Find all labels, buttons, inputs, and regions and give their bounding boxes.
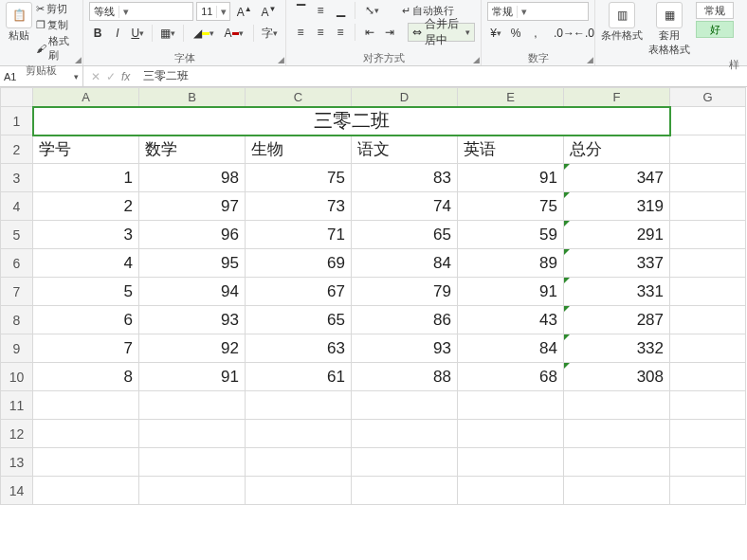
column-header[interactable]: F	[564, 88, 670, 107]
increase-decimal-button[interactable]: .0→	[556, 25, 573, 42]
data-cell[interactable]: 93	[139, 306, 246, 334]
data-cell[interactable]: 89	[458, 249, 564, 278]
clipboard-dialog-launcher[interactable]: ◢	[75, 55, 82, 64]
align-middle-button[interactable]: ≡	[312, 2, 329, 19]
data-cell[interactable]: 73	[246, 192, 352, 221]
cell-style-good[interactable]: 好	[696, 21, 734, 38]
cell[interactable]	[670, 420, 746, 448]
fx-button[interactable]: fx	[121, 70, 130, 83]
decrease-decimal-button[interactable]: ←.0	[575, 25, 592, 42]
cell[interactable]	[564, 477, 670, 505]
cell[interactable]	[139, 448, 246, 477]
cell[interactable]	[670, 221, 746, 249]
data-cell[interactable]: 96	[139, 221, 246, 249]
row-header[interactable]: 13	[1, 448, 33, 477]
column-header[interactable]: D	[352, 88, 458, 107]
cell[interactable]	[670, 448, 746, 477]
cut-button[interactable]: ✂剪切	[36, 2, 77, 16]
data-cell[interactable]: 4	[33, 249, 139, 278]
cell[interactable]	[458, 391, 564, 420]
cell[interactable]	[670, 391, 746, 420]
data-cell[interactable]: 92	[139, 334, 246, 363]
select-all-corner[interactable]	[1, 88, 33, 107]
data-cell[interactable]: 91	[458, 164, 564, 192]
cell[interactable]	[564, 420, 670, 448]
data-cell[interactable]: 74	[352, 192, 458, 221]
data-cell[interactable]: 8	[33, 363, 139, 391]
data-cell[interactable]: 84	[352, 249, 458, 278]
table-format-button[interactable]: ▦	[656, 2, 683, 28]
title-cell[interactable]: 三零二班	[33, 107, 670, 135]
cell[interactable]	[670, 135, 746, 164]
data-cell[interactable]: 1	[33, 164, 139, 192]
row-header[interactable]: 12	[1, 420, 33, 448]
number-dialog-launcher[interactable]: ◢	[587, 55, 593, 64]
data-cell[interactable]: 69	[246, 249, 352, 278]
column-header[interactable]: B	[139, 88, 246, 107]
cell-style-normal[interactable]: 常规	[696, 2, 734, 19]
cell[interactable]	[139, 391, 246, 420]
data-cell[interactable]: 75	[458, 192, 564, 221]
row-header[interactable]: 4	[1, 192, 33, 221]
data-cell[interactable]: 319	[564, 192, 670, 221]
increase-font-button[interactable]: A▲	[233, 3, 255, 20]
cell[interactable]	[33, 420, 139, 448]
row-header[interactable]: 1	[1, 107, 33, 135]
data-cell[interactable]: 291	[564, 221, 670, 249]
align-right-button[interactable]: ≡	[332, 24, 349, 41]
header-cell[interactable]: 生物	[246, 135, 352, 164]
decrease-indent-button[interactable]: ⇤	[361, 24, 378, 41]
cell[interactable]	[246, 391, 352, 420]
cell[interactable]	[564, 448, 670, 477]
data-cell[interactable]: 83	[352, 164, 458, 192]
border-button[interactable]: ▦▾	[158, 25, 177, 42]
header-cell[interactable]: 数学	[139, 135, 246, 164]
data-cell[interactable]: 43	[458, 306, 564, 334]
cell[interactable]	[458, 420, 564, 448]
cell[interactable]	[670, 278, 746, 306]
data-cell[interactable]: 93	[352, 334, 458, 363]
data-cell[interactable]: 65	[352, 221, 458, 249]
cell[interactable]	[246, 477, 352, 505]
cell[interactable]	[670, 164, 746, 192]
underline-button[interactable]: U▾	[129, 25, 146, 42]
cell[interactable]	[33, 477, 139, 505]
orientation-button[interactable]: ⤡▾	[361, 2, 383, 19]
cell[interactable]	[139, 477, 246, 505]
row-header[interactable]: 9	[1, 334, 33, 363]
cell[interactable]	[670, 363, 746, 391]
font-name-combo[interactable]: 等线▾	[89, 2, 193, 21]
row-header[interactable]: 3	[1, 164, 33, 192]
header-cell[interactable]: 学号	[33, 135, 139, 164]
column-header[interactable]: G	[670, 88, 746, 107]
data-cell[interactable]: 3	[33, 221, 139, 249]
header-cell[interactable]: 英语	[458, 135, 564, 164]
align-center-button[interactable]: ≡	[312, 24, 329, 41]
merge-center-button[interactable]: ⇔合并后居中▾	[408, 23, 475, 42]
row-header[interactable]: 2	[1, 135, 33, 164]
data-cell[interactable]: 95	[139, 249, 246, 278]
cell[interactable]	[139, 420, 246, 448]
bold-button[interactable]: B	[89, 25, 106, 42]
cell[interactable]	[670, 334, 746, 363]
data-cell[interactable]: 84	[458, 334, 564, 363]
alignment-dialog-launcher[interactable]: ◢	[473, 55, 480, 64]
comma-format-button[interactable]: ,	[527, 25, 544, 42]
cancel-formula-button[interactable]: ✕	[91, 70, 100, 83]
cell[interactable]	[352, 477, 458, 505]
data-cell[interactable]: 347	[564, 164, 670, 192]
row-header[interactable]: 10	[1, 363, 33, 391]
data-cell[interactable]: 88	[352, 363, 458, 391]
row-header[interactable]: 6	[1, 249, 33, 278]
font-color-button[interactable]: A▾	[221, 25, 248, 42]
row-header[interactable]: 14	[1, 477, 33, 505]
data-cell[interactable]: 337	[564, 249, 670, 278]
italic-button[interactable]: I	[109, 25, 126, 42]
column-header[interactable]: A	[33, 88, 139, 107]
data-cell[interactable]: 86	[352, 306, 458, 334]
data-cell[interactable]: 79	[352, 278, 458, 306]
data-cell[interactable]: 7	[33, 334, 139, 363]
cell[interactable]	[458, 448, 564, 477]
decrease-font-button[interactable]: A▼	[258, 3, 280, 20]
align-bottom-button[interactable]: ▁	[332, 2, 349, 19]
